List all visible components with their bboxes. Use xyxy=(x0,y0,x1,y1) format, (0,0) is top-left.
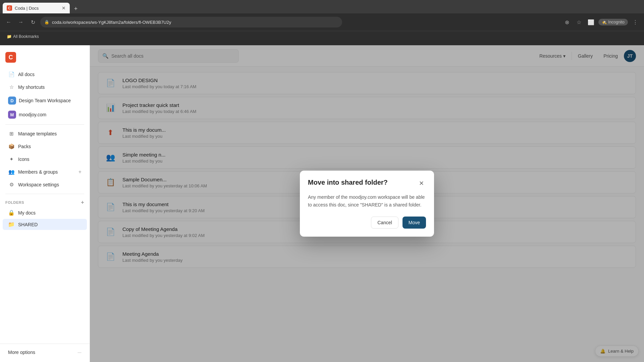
modal-close-button[interactable]: ✕ xyxy=(417,179,426,188)
cast-icon[interactable]: ⊗ xyxy=(562,17,572,27)
sidebar-item-workspace-settings[interactable]: ⚙ Workspace settings xyxy=(3,179,87,191)
icons-icon: ✦ xyxy=(8,156,15,163)
sidebar-item-design-team[interactable]: D Design Team Workspace xyxy=(3,94,87,107)
sidebar-item-icons[interactable]: ✦ Icons xyxy=(3,153,87,165)
members-label: Members & groups xyxy=(18,169,75,175)
nav-bar: ← → ↻ 🔒 coda.io/workspaces/ws-YgKJ8fam2a… xyxy=(0,13,644,31)
bookmarks-bar: 📁 All Bookmarks xyxy=(0,31,644,42)
tab-bar: C Coda | Docs ✕ + xyxy=(0,0,644,13)
more-options-label: More options xyxy=(8,350,74,355)
sidebar-item-my-docs[interactable]: 🔒 My docs xyxy=(3,207,87,218)
add-folder-icon[interactable]: + xyxy=(81,199,84,205)
packs-icon: 📦 xyxy=(8,143,15,150)
modal-body: Any member of the moodjoy.com workspace … xyxy=(308,193,426,208)
add-member-icon[interactable]: + xyxy=(78,169,82,175)
tab-favicon: C xyxy=(7,5,12,11)
profile-icon[interactable]: ⬜ xyxy=(586,17,596,27)
main-content: 🔍 Resources ▾ Gallery Pricing JT xyxy=(90,45,644,362)
workspace-settings-icon: ⚙ xyxy=(8,181,15,188)
manage-templates-label: Manage templates xyxy=(18,131,82,136)
new-tab-button[interactable]: + xyxy=(71,4,80,13)
sidebar-item-my-shortcuts[interactable]: ☆ My shortcuts xyxy=(3,81,87,93)
coda-logo-icon[interactable]: C xyxy=(5,52,16,63)
cancel-button[interactable]: Cancel xyxy=(371,217,398,229)
all-docs-icon: 📄 xyxy=(8,71,15,78)
my-shortcuts-label: My shortcuts xyxy=(18,84,82,90)
sidebar-item-manage-templates[interactable]: ⊞ Manage templates xyxy=(3,128,87,140)
modal-title: Move into shared folder? xyxy=(308,179,388,186)
star-icon: ☆ xyxy=(8,84,15,90)
modal-overlay: Move into shared folder? ✕ Any member of… xyxy=(90,45,644,362)
sidebar-item-all-docs[interactable]: 📄 All docs xyxy=(3,68,87,80)
incognito-icon: 🕵 xyxy=(602,20,607,24)
manage-templates-icon: ⊞ xyxy=(8,130,15,137)
app: C 📄 All docs ☆ My shortcuts D Design Tea… xyxy=(0,45,644,362)
all-bookmarks-item[interactable]: 📁 All Bookmarks xyxy=(4,34,42,39)
all-docs-label: All docs xyxy=(18,72,82,77)
move-to-shared-modal: Move into shared folder? ✕ Any member of… xyxy=(300,171,434,237)
sidebar-divider-1 xyxy=(5,124,84,125)
my-docs-label: My docs xyxy=(18,210,36,216)
star-icon[interactable]: ☆ xyxy=(574,17,584,27)
icons-label: Icons xyxy=(18,157,82,162)
reload-button[interactable]: ↻ xyxy=(28,17,38,27)
sidebar-item-members[interactable]: 👥 Members & groups + xyxy=(3,166,87,178)
tab-title: Coda | Docs xyxy=(15,6,59,11)
shared-label: SHARED xyxy=(18,222,38,227)
sidebar-item-packs[interactable]: 📦 Packs xyxy=(3,140,87,153)
modal-header: Move into shared folder? ✕ xyxy=(308,179,426,188)
design-team-label: Design Team Workspace xyxy=(19,98,71,103)
more-options-icon: ··· xyxy=(77,350,82,355)
sidebar-item-shared[interactable]: 📁 SHARED xyxy=(3,219,87,230)
packs-label: Packs xyxy=(18,144,82,149)
moodjoy-badge: M xyxy=(8,111,16,119)
sidebar-divider-2 xyxy=(5,194,84,194)
workspace-settings-label: Workspace settings xyxy=(18,182,82,187)
members-icon: 👥 xyxy=(8,169,15,175)
forward-button[interactable]: → xyxy=(16,17,25,27)
incognito-badge: 🕵 Incognito xyxy=(598,19,628,25)
url-text: coda.io/workspaces/ws-YgKJ8fam2a/folders… xyxy=(52,20,171,25)
back-button[interactable]: ← xyxy=(4,17,13,27)
lock-folder-icon: 🔒 xyxy=(8,209,15,216)
design-team-badge: D xyxy=(8,97,16,105)
folders-section-header: FOLDERS + xyxy=(0,197,90,207)
sidebar: C 📄 All docs ☆ My shortcuts D Design Tea… xyxy=(0,45,90,362)
sidebar-item-more-options[interactable]: More options ··· xyxy=(3,347,87,358)
move-button[interactable]: Move xyxy=(402,217,426,229)
sidebar-logo: C xyxy=(0,49,90,65)
sidebar-bottom: More options ··· xyxy=(0,344,90,358)
lock-icon: 🔒 xyxy=(44,20,49,24)
all-bookmarks-label: All Bookmarks xyxy=(13,34,39,39)
sidebar-item-moodjoy[interactable]: M moodjoy.com xyxy=(3,108,87,121)
address-bar[interactable]: 🔒 coda.io/workspaces/ws-YgKJ8fam2a/folde… xyxy=(40,17,342,27)
incognito-label: Incognito xyxy=(608,20,625,24)
nav-actions: ⊗ ☆ ⬜ 🕵 Incognito ⋮ xyxy=(562,17,640,27)
modal-actions: Cancel Move xyxy=(308,217,426,229)
menu-button[interactable]: ⋮ xyxy=(631,17,640,27)
shared-folder-icon: 📁 xyxy=(8,221,15,228)
active-tab[interactable]: C Coda | Docs ✕ xyxy=(3,3,70,13)
browser-chrome: C Coda | Docs ✕ + ← → ↻ 🔒 coda.io/worksp… xyxy=(0,0,644,45)
bookmark-icon: 📁 xyxy=(7,34,12,39)
moodjoy-label: moodjoy.com xyxy=(19,112,46,117)
tab-close-button[interactable]: ✕ xyxy=(62,5,66,11)
